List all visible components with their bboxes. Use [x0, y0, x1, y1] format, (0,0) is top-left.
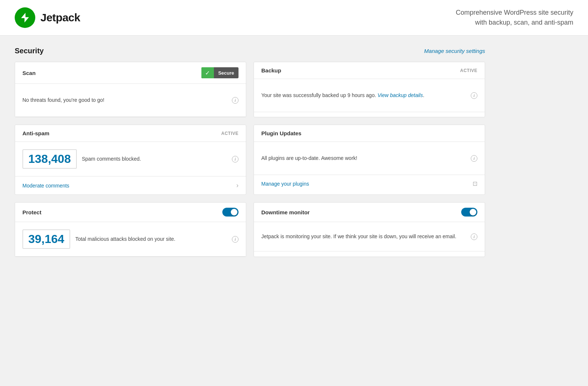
backup-title: Backup — [261, 67, 281, 74]
protect-stat: 39,164 — [22, 229, 70, 249]
scan-title: Scan — [22, 70, 36, 76]
downtime-monitor-title: Downtime monitor — [261, 209, 310, 215]
antispam-card-body: 138,408 Spam comments blocked. i — [15, 142, 246, 176]
manage-plugins-link[interactable]: Manage your plugins — [261, 181, 309, 187]
scan-card-body: No threats found, you're good to go! i — [15, 84, 246, 117]
main-content: Security Manage security settings Scan ✓… — [0, 36, 500, 268]
backup-status: ACTIVE — [460, 68, 477, 73]
antispam-card: Anti-spam ACTIVE 138,408 Spam comments b… — [15, 125, 246, 195]
downtime-monitor-card-body: Jetpack is monitoring your site. If we t… — [254, 222, 485, 251]
plugin-updates-card: Plugin Updates All plugins are up-to-dat… — [254, 125, 485, 195]
logo-area: Jetpack — [15, 7, 80, 28]
protect-card: Protect 39,164 Total malicious attacks b… — [15, 202, 246, 257]
downtime-monitor-toggle-track — [461, 208, 477, 217]
protect-toggle[interactable] — [222, 208, 239, 217]
antispam-title: Anti-spam — [22, 130, 49, 136]
plugin-updates-card-body: All plugins are up-to-date. Awesome work… — [254, 142, 485, 175]
scan-card-header: Scan ✓ Secure — [15, 62, 246, 84]
protect-body-text: Total malicious attacks blocked on your … — [75, 235, 175, 243]
antispam-status: ACTIVE — [221, 131, 239, 136]
protect-card-header: Protect — [15, 203, 246, 222]
antispam-body-text: Spam comments blocked. — [82, 155, 141, 163]
secure-badge-check-icon: ✓ — [201, 67, 214, 78]
antispam-card-header: Anti-spam ACTIVE — [15, 125, 246, 142]
antispam-chevron-icon: › — [236, 182, 239, 189]
backup-card-header: Backup ACTIVE — [254, 62, 485, 79]
jetpack-logo-icon — [15, 7, 35, 28]
cards-grid: Scan ✓ Secure No threats found, you're g… — [15, 62, 485, 257]
downtime-monitor-card: Downtime monitor Jetpack is monitoring y… — [254, 202, 485, 257]
protect-toggle-thumb — [231, 209, 237, 215]
protect-title: Protect — [22, 209, 42, 215]
downtime-monitor-body-text: Jetpack is monitoring your site. If we t… — [261, 233, 456, 240]
scan-body-text: No threats found, you're good to go! — [22, 96, 104, 104]
secure-badge: ✓ Secure — [201, 67, 239, 78]
backup-card-body: Your site was successfully backed up 9 h… — [254, 79, 485, 112]
antispam-stat: 138,408 — [22, 149, 77, 169]
protect-toggle-track — [222, 208, 239, 217]
section-header: Security Manage security settings — [15, 47, 485, 55]
page-header: Jetpack Comprehensive WordPress site sec… — [0, 0, 588, 36]
backup-info-icon[interactable]: i — [471, 92, 477, 99]
plugin-updates-body-text: All plugins are up-to-date. Awesome work… — [261, 154, 357, 162]
moderate-comments-link[interactable]: Moderate comments — [22, 183, 69, 189]
backup-card: Backup ACTIVE Your site was successfully… — [254, 62, 485, 117]
logo-text: Jetpack — [40, 11, 80, 24]
downtime-monitor-card-header: Downtime monitor — [254, 203, 485, 222]
svg-marker-0 — [21, 13, 29, 23]
antispam-card-footer: Moderate comments › — [15, 176, 246, 194]
secure-badge-text: Secure — [214, 70, 239, 76]
protect-card-body: 39,164 Total malicious attacks blocked o… — [15, 222, 246, 257]
plugin-updates-external-icon: ⊡ — [473, 180, 477, 187]
backup-body-text: Your site was successfully backed up 9 h… — [261, 92, 424, 99]
downtime-monitor-toggle[interactable] — [461, 208, 477, 217]
antispam-info-icon[interactable]: i — [232, 156, 239, 162]
plugin-updates-card-footer: Manage your plugins ⊡ — [254, 175, 485, 192]
plugin-updates-title: Plugin Updates — [261, 130, 301, 136]
scan-card: Scan ✓ Secure No threats found, you're g… — [15, 62, 246, 117]
view-backup-details-link[interactable]: View backup details — [377, 92, 423, 98]
downtime-monitor-info-icon[interactable]: i — [471, 233, 477, 240]
section-title: Security — [15, 47, 44, 55]
header-tagline: Comprehensive WordPress site security wi… — [456, 8, 573, 28]
downtime-monitor-toggle-thumb — [470, 209, 476, 215]
scan-info-icon[interactable]: i — [232, 97, 239, 104]
manage-security-link[interactable]: Manage security settings — [424, 48, 485, 54]
protect-info-icon[interactable]: i — [232, 236, 239, 243]
plugin-updates-card-header: Plugin Updates — [254, 125, 485, 142]
plugin-updates-info-icon[interactable]: i — [471, 155, 477, 162]
